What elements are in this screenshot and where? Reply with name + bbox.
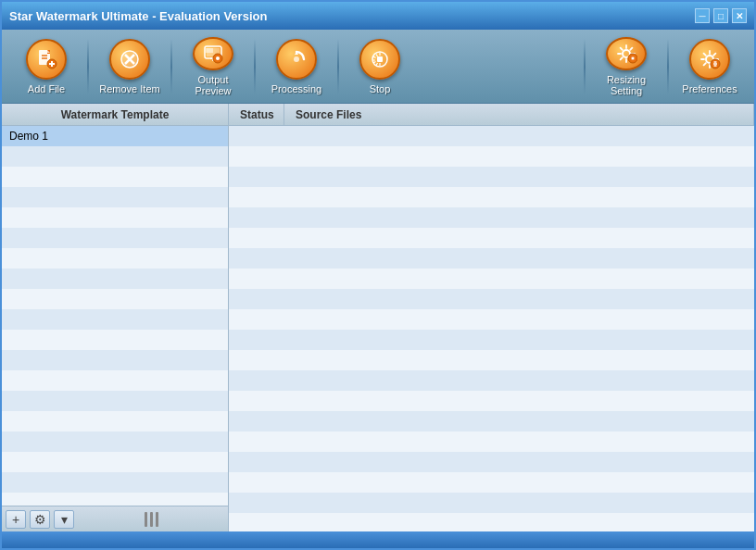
list-item[interactable] [2, 167, 228, 187]
table-row[interactable] [229, 431, 754, 452]
table-row[interactable] [229, 167, 754, 187]
separator-2 [170, 39, 172, 94]
settings-template-button[interactable]: ⚙ [30, 510, 50, 529]
add-file-label: Add File [28, 83, 65, 94]
separator-6 [667, 39, 669, 94]
template-panel-toolbar: + ⚙ ▾ [2, 506, 228, 531]
watermark-template-title: Watermark Template [61, 108, 170, 121]
list-item[interactable] [2, 330, 228, 350]
table-row[interactable] [229, 391, 754, 411]
svg-rect-12 [206, 48, 213, 53]
table-row[interactable] [229, 289, 754, 309]
list-item[interactable] [2, 391, 228, 411]
processing-label: Processing [271, 83, 321, 94]
app-window: Star Watermark Ultimate - Evaluation Ver… [0, 0, 756, 550]
resizing-setting-label: Resizing Setting [593, 74, 660, 96]
list-item[interactable] [2, 228, 228, 248]
table-row[interactable] [229, 493, 754, 513]
status-bar [2, 531, 754, 548]
minimize-button[interactable]: ─ [695, 8, 710, 23]
table-row[interactable] [229, 370, 754, 391]
preferences-icon [689, 39, 730, 80]
watermark-template-list[interactable]: Demo 1 [2, 126, 228, 506]
source-files-header: Status Source Files [229, 104, 754, 126]
title-bar: Star Watermark Ultimate - Evaluation Ver… [2, 2, 754, 30]
table-row[interactable] [229, 411, 754, 431]
table-row[interactable] [229, 207, 754, 228]
stop-label: Stop [370, 83, 391, 94]
list-item[interactable] [2, 370, 228, 391]
list-item[interactable] [2, 309, 228, 330]
separator-3 [254, 39, 256, 94]
stop-button[interactable]: Stop [343, 33, 417, 100]
status-column-label: Status [240, 108, 274, 121]
status-column-header: Status [229, 104, 284, 125]
preferences-button[interactable]: Preferences [673, 33, 747, 100]
processing-icon [276, 39, 317, 80]
list-item[interactable] [2, 350, 228, 370]
drag-handle-icon [145, 512, 158, 527]
restore-button[interactable]: □ [713, 8, 728, 23]
svg-point-16 [216, 56, 220, 60]
watermark-template-header: Watermark Template [2, 104, 228, 126]
table-row[interactable] [229, 472, 754, 493]
table-row[interactable] [229, 248, 754, 269]
close-button[interactable]: ✕ [732, 8, 747, 23]
separator-5 [584, 39, 586, 94]
list-item[interactable]: Demo 1 [2, 126, 228, 146]
source-files-list[interactable] [229, 126, 754, 531]
list-item[interactable] [2, 411, 228, 431]
table-row[interactable] [229, 146, 754, 167]
table-row[interactable] [229, 350, 754, 370]
separator-4 [337, 39, 339, 94]
resizing-setting-button[interactable]: Resizing Setting [589, 33, 663, 100]
source-files-column-header: Source Files [284, 104, 754, 125]
remove-item-button[interactable]: Remove Item [93, 33, 167, 100]
separator-1 [87, 39, 89, 94]
source-files-panel: Status Source Files [229, 104, 754, 531]
table-row[interactable] [229, 452, 754, 472]
stop-icon [359, 39, 400, 80]
table-row[interactable] [229, 309, 754, 330]
add-file-icon [26, 39, 67, 80]
svg-point-17 [294, 56, 299, 62]
table-row[interactable] [229, 269, 754, 289]
list-item[interactable] [2, 493, 228, 506]
table-row[interactable] [229, 187, 754, 207]
list-item[interactable] [2, 207, 228, 228]
list-item[interactable] [2, 187, 228, 207]
toolbar: Add File Remove Item [2, 30, 754, 104]
table-row[interactable] [229, 126, 754, 146]
main-content: Watermark Template Demo 1 [2, 104, 754, 531]
resizing-setting-icon [606, 37, 647, 70]
table-row[interactable] [229, 228, 754, 248]
output-preview-button[interactable]: Output Preview [176, 33, 250, 100]
list-item[interactable] [2, 248, 228, 269]
watermark-template-panel: Watermark Template Demo 1 [2, 104, 229, 531]
list-item[interactable] [2, 269, 228, 289]
table-row[interactable] [229, 330, 754, 350]
list-item[interactable] [2, 289, 228, 309]
list-item[interactable] [2, 431, 228, 452]
list-item[interactable] [2, 472, 228, 493]
add-template-button[interactable]: + [6, 510, 26, 529]
processing-button[interactable]: Processing [259, 33, 334, 100]
list-item[interactable] [2, 146, 228, 167]
list-item-label: Demo 1 [9, 130, 48, 143]
window-title: Star Watermark Ultimate - Evaluation Ver… [9, 9, 267, 23]
list-item[interactable] [2, 452, 228, 472]
resize-handle[interactable] [78, 512, 224, 527]
output-preview-icon [193, 37, 233, 70]
dropdown-template-button[interactable]: ▾ [54, 510, 74, 529]
preferences-label: Preferences [682, 83, 737, 94]
title-bar-controls: ─ □ ✕ [695, 8, 747, 23]
remove-item-icon [109, 39, 150, 80]
svg-rect-19 [377, 56, 383, 62]
source-files-column-label: Source Files [296, 108, 361, 121]
output-preview-label: Output Preview [180, 74, 246, 96]
table-row[interactable] [229, 513, 754, 531]
remove-item-label: Remove Item [99, 83, 159, 94]
add-file-button[interactable]: Add File [9, 33, 83, 100]
